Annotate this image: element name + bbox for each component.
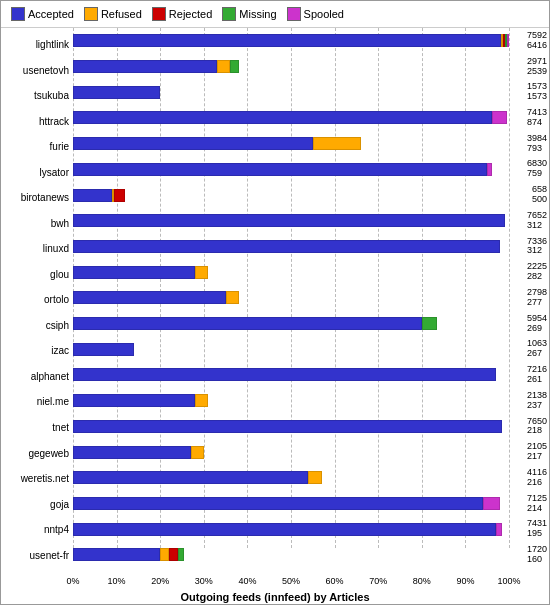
y-label-bwh: bwh <box>51 213 69 233</box>
y-label-linuxd: linuxd <box>43 239 69 259</box>
x-tick-4: 40% <box>238 576 256 586</box>
bar-segment-lysator-spooled <box>487 163 491 176</box>
y-label-nntp4: nntp4 <box>44 520 69 540</box>
legend-color-spooled <box>287 7 301 21</box>
bar-segment-alphanet-accepted <box>73 368 496 381</box>
legend-label-accepted: Accepted <box>28 8 74 20</box>
bar-label-usenet-fr: 1720160 <box>527 545 547 565</box>
y-label-izac: izac <box>51 341 69 361</box>
legend-item-spooled: Spooled <box>287 7 344 21</box>
bar-segment-bwh-accepted <box>73 214 505 227</box>
bar-row-glou: 2225282 <box>73 262 509 282</box>
y-label-furie: furie <box>50 137 69 157</box>
legend-label-rejected: Rejected <box>169 8 212 20</box>
x-tick-1: 10% <box>108 576 126 586</box>
bar-row-lysator: 6830759 <box>73 159 509 179</box>
bar-segment-lightlink-spooled <box>507 34 509 47</box>
bar-segment-tsukuba-accepted <box>73 86 160 99</box>
bar-row-tsukuba: 15731573 <box>73 82 509 102</box>
legend-color-missing <box>222 7 236 21</box>
bar-label-nntp4: 7431195 <box>527 519 547 539</box>
bar-segment-httrack-spooled <box>492 111 507 124</box>
plot-area: 7592641629712539157315737413874398479368… <box>73 28 549 588</box>
legend-color-rejected <box>152 7 166 21</box>
bar-label-furie: 3984793 <box>527 134 547 154</box>
bar-label-linuxd: 7336312 <box>527 237 547 257</box>
bar-segment-furie-refused <box>313 137 361 150</box>
bars-container: 7592641629712539157315737413874398479368… <box>73 28 509 568</box>
legend: AcceptedRefusedRejectedMissingSpooled <box>1 1 549 28</box>
bar-label-birotanews: 658500 <box>532 185 547 205</box>
bar-row-goja: 7125214 <box>73 494 509 514</box>
bar-label-niel.me: 2138237 <box>527 391 547 411</box>
x-tick-10: 100% <box>497 576 520 586</box>
bar-segment-usenetovh-missing <box>230 60 239 73</box>
bar-label-ortolo: 2798277 <box>527 288 547 308</box>
bar-row-bwh: 7652312 <box>73 211 509 231</box>
bar-label-lysator: 6830759 <box>527 159 547 179</box>
bar-segment-lysator-accepted <box>73 163 487 176</box>
x-tick-7: 70% <box>369 576 387 586</box>
y-label-usenet-fr: usenet-fr <box>30 545 69 565</box>
bar-segment-tnet-accepted <box>73 420 502 433</box>
bar-label-izac: 1063267 <box>527 339 547 359</box>
x-tick-9: 90% <box>456 576 474 586</box>
bar-segment-furie-accepted <box>73 137 313 150</box>
bar-segment-lightlink-accepted <box>73 34 501 47</box>
y-label-goja: goja <box>50 494 69 514</box>
legend-color-accepted <box>11 7 25 21</box>
bar-segment-usenetovh-refused <box>217 60 230 73</box>
x-tick-5: 50% <box>282 576 300 586</box>
bar-segment-goja-accepted <box>73 497 483 510</box>
y-label-weretis.net: weretis.net <box>21 469 69 489</box>
bar-segment-nntp4-spooled <box>496 523 503 536</box>
bar-row-alphanet: 7216261 <box>73 365 509 385</box>
y-label-tsukuba: tsukuba <box>34 86 69 106</box>
legend-label-missing: Missing <box>239 8 276 20</box>
bar-label-weretis.net: 4116216 <box>527 468 547 488</box>
bar-segment-csiph-accepted <box>73 317 422 330</box>
y-axis-labels: lightlinkusenetovhtsukubahttrackfurielys… <box>1 28 73 588</box>
bar-row-birotanews: 658500 <box>73 185 509 205</box>
bar-segment-ortolo-refused <box>226 291 239 304</box>
bar-segment-usenet-fr-rejected <box>169 548 178 561</box>
bar-label-usenetovh: 29712539 <box>527 57 547 77</box>
bar-label-csiph: 5954269 <box>527 314 547 334</box>
x-axis-title: Outgoing feeds (innfeed) by Articles <box>1 588 549 603</box>
bar-label-tsukuba: 15731573 <box>527 82 547 102</box>
y-label-niel.me: niel.me <box>37 392 69 412</box>
x-tick-2: 20% <box>151 576 169 586</box>
y-label-lysator: lysator <box>40 162 69 182</box>
legend-label-spooled: Spooled <box>304 8 344 20</box>
bar-label-httrack: 7413874 <box>527 108 547 128</box>
x-tick-3: 30% <box>195 576 213 586</box>
x-tick-0: 0% <box>66 576 79 586</box>
bar-label-glou: 2225282 <box>527 262 547 282</box>
bar-label-bwh: 7652312 <box>527 211 547 231</box>
bar-segment-birotanews-rejected <box>114 189 125 202</box>
bar-row-usenetovh: 29712539 <box>73 57 509 77</box>
bar-row-tnet: 7650218 <box>73 416 509 436</box>
bar-row-lightlink: 75926416 <box>73 31 509 51</box>
bar-segment-gegeweb-refused <box>191 446 204 459</box>
bar-segment-glou-accepted <box>73 266 195 279</box>
bar-label-tnet: 7650218 <box>527 417 547 437</box>
bar-segment-weretis.net-accepted <box>73 471 308 484</box>
y-label-gegeweb: gegeweb <box>28 443 69 463</box>
bar-row-furie: 3984793 <box>73 134 509 154</box>
legend-item-missing: Missing <box>222 7 276 21</box>
legend-item-rejected: Rejected <box>152 7 212 21</box>
bar-label-goja: 7125214 <box>527 494 547 514</box>
bar-segment-httrack-accepted <box>73 111 492 124</box>
bar-row-csiph: 5954269 <box>73 314 509 334</box>
chart-container: AcceptedRefusedRejectedMissingSpooled li… <box>0 0 550 605</box>
bar-row-httrack: 7413874 <box>73 108 509 128</box>
bar-segment-ortolo-accepted <box>73 291 226 304</box>
bar-segment-nntp4-accepted <box>73 523 496 536</box>
legend-item-refused: Refused <box>84 7 142 21</box>
y-label-ortolo: ortolo <box>44 290 69 310</box>
legend-item-accepted: Accepted <box>11 7 74 21</box>
bar-row-nntp4: 7431195 <box>73 519 509 539</box>
bar-segment-birotanews-accepted <box>73 189 112 202</box>
bar-row-weretis.net: 4116216 <box>73 468 509 488</box>
